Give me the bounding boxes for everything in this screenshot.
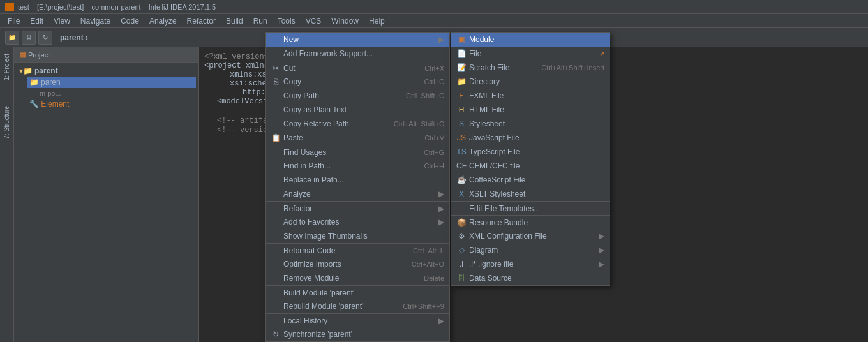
- menu-analyze[interactable]: Analyze: [144, 15, 182, 27]
- sub-label-cfml: CFML/CFC file: [469, 161, 604, 170]
- ctx-item-local-history[interactable]: Local History ▶: [266, 313, 449, 327]
- vtab-project[interactable]: 1: Project: [3, 54, 10, 80]
- ctx-item-remove-module[interactable]: Remove Module Delete: [266, 271, 449, 285]
- ctx-item-thumbnails[interactable]: Show Image Thumbnails: [266, 229, 449, 243]
- toolbar-settings-btn[interactable]: ⚙: [22, 31, 36, 45]
- sub-item-xslt[interactable]: X XSLT Stylesheet: [451, 187, 610, 201]
- submenu-new: ▣ Module 📄 File ↗ 📝 Scratch File Ctrl+Al…: [451, 32, 610, 286]
- ctx-item-framework[interactable]: Add Framework Support...: [266, 47, 449, 61]
- ctx-shortcut-find-path: Ctrl+H: [424, 162, 444, 170]
- menu-vcs[interactable]: VCS: [301, 15, 327, 27]
- sub-arrow-xml: ▶: [599, 232, 604, 241]
- dir-icon: 📁: [456, 77, 467, 87]
- ctx-label-paste: Paste: [283, 133, 412, 142]
- sub-item-module[interactable]: ▣ Module: [451, 33, 610, 47]
- ctx-item-copy-rel[interactable]: Copy Relative Path Ctrl+Alt+Shift+C: [266, 117, 449, 131]
- sub-label-module: Module: [469, 35, 604, 44]
- sub-item-ts[interactable]: TS TypeScript File: [451, 145, 610, 159]
- menu-view[interactable]: View: [49, 15, 75, 27]
- sub-item-datasource[interactable]: 🗄 Data Source: [451, 271, 610, 285]
- toolbar-sync-btn[interactable]: ↻: [38, 31, 52, 45]
- cut-icon: ✂: [271, 63, 281, 73]
- toolbar-folder-btn[interactable]: 📁: [5, 31, 19, 45]
- ctx-item-copy[interactable]: ⎘ Copy Ctrl+C: [266, 75, 449, 89]
- framework-icon: [271, 48, 281, 59]
- menu-file[interactable]: File: [3, 15, 25, 27]
- sub-item-css[interactable]: S Stylesheet: [451, 117, 610, 131]
- sub-label-file: File: [469, 49, 599, 58]
- ctx-shortcut-remove-module: Delete: [424, 274, 444, 282]
- menu-edit[interactable]: Edit: [25, 15, 49, 27]
- sub-label-dir: Directory: [469, 77, 604, 86]
- ctx-item-synchronize[interactable]: ↻ Synchronize 'parent': [266, 327, 449, 341]
- sub-item-scratch[interactable]: 📝 Scratch File Ctrl+Alt+Shift+Insert: [451, 61, 610, 75]
- tree-item-m-po[interactable]: m po...: [37, 88, 196, 98]
- menu-build[interactable]: Build: [221, 15, 248, 27]
- ctx-label-copy-plain: Copy as Plain Text: [283, 105, 444, 114]
- paste-icon: 📋: [271, 133, 281, 143]
- gitignore-icon: .i: [456, 259, 467, 269]
- sub-item-edit-templates[interactable]: Edit File Templates...: [451, 201, 610, 215]
- thumbnails-icon: [271, 231, 281, 241]
- project-tree: ▾📁 parent 📁 paren m po... 🔧 Element: [14, 63, 198, 112]
- sub-item-dir[interactable]: 📁 Directory: [451, 75, 610, 89]
- ctx-label-analyze: Analyze: [283, 190, 436, 198]
- sub-item-fxml[interactable]: F FXML File: [451, 89, 610, 103]
- menu-window[interactable]: Window: [326, 15, 364, 27]
- project-panel: ▤ Project ▾📁 parent 📁 paren m po... 🔧 El…: [14, 47, 199, 342]
- copy-plain-icon: [271, 105, 281, 115]
- sub-item-bundle[interactable]: 📦 Resource Bundle: [451, 215, 610, 229]
- ctx-label-local-history: Local History: [283, 316, 436, 325]
- left-sidebar: 1: Project 7: Structure: [0, 47, 14, 342]
- ctx-item-copy-path[interactable]: Copy Path Ctrl+Shift+C: [266, 89, 449, 103]
- favorites-icon: [271, 217, 281, 227]
- ctx-item-favorites[interactable]: Add to Favorites ▶: [266, 215, 449, 229]
- copy-path-icon: [271, 91, 281, 101]
- menu-code[interactable]: Code: [116, 15, 144, 27]
- sub-item-gitignore[interactable]: .i .i* .ignore file ▶: [451, 257, 610, 271]
- ctx-label-build: Build Module 'parent': [283, 288, 444, 297]
- sub-item-diagram[interactable]: ◇ Diagram ▶: [451, 243, 610, 257]
- ctx-item-copy-plain[interactable]: Copy as Plain Text: [266, 103, 449, 117]
- sub-label-fxml: FXML File: [469, 91, 604, 100]
- ctx-item-new[interactable]: New ▶: [266, 33, 449, 47]
- menu-run[interactable]: Run: [248, 15, 273, 27]
- menu-tools[interactable]: Tools: [273, 15, 301, 27]
- sub-label-js: JavaScript File: [469, 133, 604, 142]
- ctx-shortcut-cut: Ctrl+X: [424, 64, 444, 72]
- ctx-label-copy-path: Copy Path: [283, 91, 393, 100]
- sub-item-file[interactable]: 📄 File ↗: [451, 47, 610, 61]
- sub-item-html[interactable]: H HTML File: [451, 103, 610, 117]
- menu-refactor[interactable]: Refactor: [182, 15, 221, 27]
- ctx-label-find-path: Find in Path...: [283, 161, 412, 170]
- sub-item-cfml[interactable]: CF CFML/CFC file: [451, 159, 610, 173]
- ctx-label-rebuild: Rebuild Module 'parent': [283, 302, 390, 311]
- tree-item-element[interactable]: 🔧 Element: [27, 98, 196, 110]
- tree-item-parent[interactable]: ▾📁 parent: [17, 65, 196, 77]
- ctx-item-analyze[interactable]: Analyze ▶: [266, 187, 449, 201]
- copy-rel-icon: [271, 119, 281, 129]
- ctx-item-reformat[interactable]: Reformat Code Ctrl+Alt+L: [266, 243, 449, 257]
- vtab-structure[interactable]: 7: Structure: [3, 106, 10, 139]
- sub-item-coffee[interactable]: ☕ CoffeeScript File: [451, 173, 610, 187]
- tree-item-paren-selected[interactable]: 📁 paren: [27, 77, 196, 88]
- sub-label-xml-config: XML Configuration File: [469, 232, 596, 241]
- ctx-item-refactor[interactable]: Refactor ▶: [266, 201, 449, 215]
- ctx-item-paste[interactable]: 📋 Paste Ctrl+V: [266, 131, 449, 145]
- ctx-item-optimize[interactable]: Optimize Imports Ctrl+Alt+O: [266, 257, 449, 271]
- ctx-item-cut[interactable]: ✂ Cut Ctrl+X: [266, 61, 449, 75]
- menu-help[interactable]: Help: [364, 15, 390, 27]
- sub-item-xml-config[interactable]: ⚙ XML Configuration File ▶: [451, 229, 610, 243]
- ctx-item-find-path[interactable]: Find in Path... Ctrl+H: [266, 159, 449, 173]
- ctx-shortcut-find-usages: Ctrl+G: [424, 149, 444, 156]
- xslt-icon: X: [456, 189, 467, 199]
- sub-label-diagram: Diagram: [469, 246, 596, 255]
- ctx-item-find-usages[interactable]: Find Usages Ctrl+G: [266, 145, 449, 159]
- ctx-item-build[interactable]: Build Module 'parent': [266, 285, 449, 299]
- sub-label-xslt: XSLT Stylesheet: [469, 190, 604, 198]
- ctx-item-replace-path[interactable]: Replace in Path...: [266, 173, 449, 187]
- ctx-arrow-new: ▶: [438, 35, 444, 44]
- menu-navigate[interactable]: Navigate: [75, 15, 116, 27]
- ctx-item-rebuild[interactable]: Rebuild Module 'parent' Ctrl+Shift+F9: [266, 299, 449, 313]
- sub-item-js[interactable]: JS JavaScript File: [451, 131, 610, 145]
